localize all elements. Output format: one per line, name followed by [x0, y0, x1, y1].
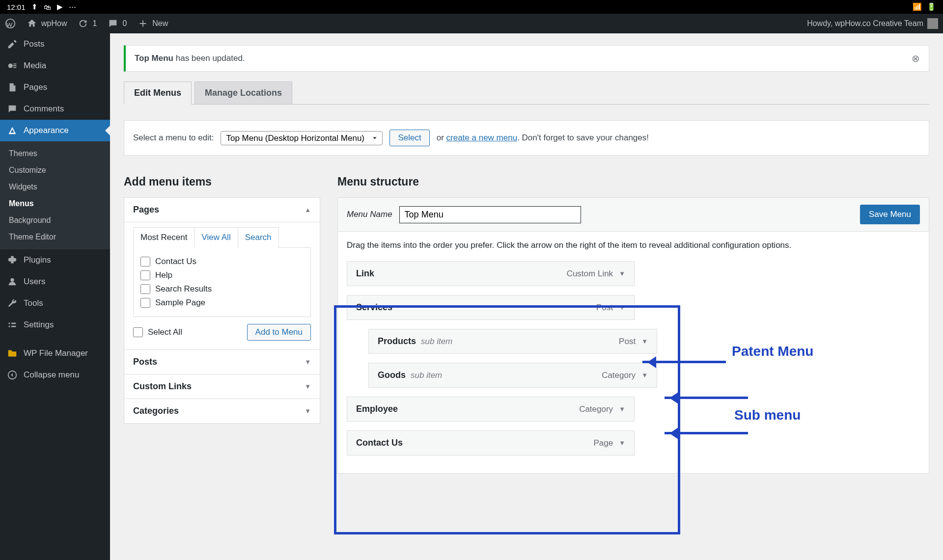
status-time: 12:01	[7, 3, 26, 11]
updates-link[interactable]: 1	[78, 18, 97, 29]
sidebar-item-label: Pages	[24, 82, 47, 92]
add-items-heading: Add menu items	[124, 175, 320, 188]
wp-logo[interactable]	[5, 18, 16, 29]
menu-structure-item[interactable]: Employee Category▼	[347, 397, 635, 422]
select-button[interactable]: Select	[389, 130, 429, 146]
chevron-down-icon[interactable]: ▼	[619, 405, 625, 413]
page-check-item[interactable]: Sample Page	[140, 296, 304, 310]
youtube-icon: ▶	[57, 2, 63, 11]
updates-count: 1	[92, 19, 97, 28]
sidebar-item-appearance[interactable]: Appearance	[0, 120, 110, 141]
notice-text: has been updated.	[173, 53, 245, 63]
chevron-down-icon[interactable]: ▼	[641, 372, 648, 379]
menu-name-label: Menu Name	[347, 210, 392, 219]
new-link[interactable]: New	[138, 18, 168, 29]
page-check-item[interactable]: Help	[140, 268, 304, 282]
wp-admin-bar: wpHow 1 0 New Howdy, wpHow.co Creative T…	[0, 14, 943, 33]
sidebar-item-settings[interactable]: Settings	[0, 314, 110, 336]
sidebar-item-label: Collapse menu	[24, 370, 79, 380]
sidebar-item-label: Settings	[24, 320, 54, 330]
selector-rest-text: or create a new menu. Don't forget to sa…	[437, 133, 649, 143]
menu-structure-item[interactable]: Link Custom Link▼	[347, 261, 635, 286]
chevron-down-icon[interactable]: ▼	[619, 304, 625, 311]
page-checkbox[interactable]	[140, 284, 150, 294]
tab-search[interactable]: Search	[238, 228, 278, 248]
metabox-categories: Categories ▼	[124, 399, 320, 424]
sidebar-item-posts[interactable]: Posts	[0, 33, 110, 55]
metabox-pages-header[interactable]: Pages ▲	[124, 198, 320, 222]
sidebar-item-media[interactable]: Media	[0, 55, 110, 77]
svg-point-1	[8, 63, 13, 68]
page-check-item[interactable]: Contact Us	[140, 255, 304, 268]
notice-dismiss-icon[interactable]: ⊗	[912, 53, 920, 64]
sidebar-item-plugins[interactable]: Plugins	[0, 249, 110, 271]
tab-manage-locations[interactable]: Manage Locations	[194, 81, 292, 104]
chevron-up-icon: ▲	[305, 206, 311, 213]
submenu-background[interactable]: Background	[0, 212, 110, 229]
create-new-menu-link[interactable]: create a new menu	[446, 133, 518, 142]
sidebar-item-label: Comments	[24, 104, 64, 114]
menu-structure-sub-item[interactable]: Goods sub item Category▼	[368, 363, 657, 388]
page-checkbox[interactable]	[140, 298, 150, 308]
chevron-down-icon[interactable]: ▼	[641, 338, 648, 345]
metabox-custom-links-header[interactable]: Custom Links ▼	[124, 374, 320, 399]
chevron-down-icon[interactable]: ▼	[619, 439, 625, 447]
howdy-text: Howdy, wpHow.co Creative Team	[807, 19, 923, 28]
sidebar-item-comments[interactable]: Comments	[0, 98, 110, 120]
page-checkbox[interactable]	[140, 257, 150, 267]
notice-updated: Top Menu has been updated. ⊗	[124, 45, 929, 72]
sidebar-item-collapse[interactable]: Collapse menu	[0, 364, 110, 386]
select-all[interactable]: Select All	[133, 325, 182, 339]
chevron-down-icon: ▼	[305, 407, 311, 415]
avatar	[927, 18, 938, 29]
metabox-custom-links: Custom Links ▼	[124, 374, 320, 399]
metabox-posts-header[interactable]: Posts ▼	[124, 350, 320, 374]
menu-structure-item[interactable]: Services Post▼	[347, 295, 635, 320]
main-content: Top Menu has been updated. ⊗ Edit Menus …	[110, 33, 943, 560]
menu-select-dropdown[interactable]: Top Menu (Desktop Horizontal Menu)	[221, 131, 383, 145]
tab-view-all[interactable]: View All	[194, 228, 238, 248]
metabox-categories-header[interactable]: Categories ▼	[124, 399, 320, 423]
structure-heading: Menu structure	[337, 175, 929, 188]
chevron-down-icon[interactable]: ▼	[619, 270, 625, 277]
sidebar-item-label: Tools	[24, 298, 43, 308]
submenu-themes[interactable]: Themes	[0, 145, 110, 162]
more-icon: ⋯	[69, 2, 76, 11]
submenu-menus[interactable]: Menus	[0, 195, 110, 212]
save-menu-button[interactable]: Save Menu	[860, 205, 920, 224]
menu-structure-box: Menu Name Save Menu Drag the items into …	[337, 197, 929, 474]
pages-list: Contact Us Help Search Results Sample Pa…	[133, 247, 311, 317]
menu-name-input[interactable]	[399, 206, 581, 223]
tab-most-recent[interactable]: Most Recent	[134, 228, 194, 248]
sidebar-item-wp-file-manager[interactable]: WP File Manager	[0, 343, 110, 364]
menu-structure-item[interactable]: Contact Us Page▼	[347, 430, 635, 455]
svg-point-2	[10, 278, 14, 282]
chevron-down-icon: ▼	[305, 383, 311, 390]
select-all-checkbox[interactable]	[133, 327, 143, 337]
sidebar-item-label: Plugins	[24, 255, 51, 265]
select-prompt: Select a menu to edit:	[133, 133, 214, 143]
submenu-widgets[interactable]: Widgets	[0, 179, 110, 195]
submenu-customize[interactable]: Customize	[0, 162, 110, 179]
tab-edit-menus[interactable]: Edit Menus	[124, 81, 192, 105]
wifi-icon: 📶	[913, 2, 922, 11]
submenu-theme-editor[interactable]: Theme Editor	[0, 229, 110, 245]
add-to-menu-button[interactable]: Add to Menu	[247, 324, 311, 341]
bag-icon: 🛍	[44, 3, 51, 11]
structure-instructions: Drag the items into the order you prefer…	[347, 240, 920, 250]
sidebar-item-users[interactable]: Users	[0, 271, 110, 293]
sidebar-item-label: Appearance	[24, 126, 69, 135]
menu-structure-sub-item[interactable]: Products sub item Post▼	[368, 329, 657, 354]
sidebar-item-pages[interactable]: Pages	[0, 77, 110, 98]
upload-icon: ⬆	[31, 2, 38, 11]
metabox-posts: Posts ▼	[124, 350, 320, 374]
sidebar-item-tools[interactable]: Tools	[0, 293, 110, 314]
device-status-bar: 12:01 ⬆ 🛍 ▶ ⋯ 📶 🔋	[0, 0, 943, 14]
page-checkbox[interactable]	[140, 270, 150, 280]
page-check-item[interactable]: Search Results	[140, 282, 304, 296]
howdy-user[interactable]: Howdy, wpHow.co Creative Team	[807, 18, 938, 29]
metabox-pages: Pages ▲ Most Recent View All Search Cont…	[124, 197, 320, 350]
menu-selector-bar: Select a menu to edit: Top Menu (Desktop…	[124, 120, 929, 156]
comments-link[interactable]: 0	[108, 18, 127, 29]
site-home-link[interactable]: wpHow	[27, 18, 67, 29]
